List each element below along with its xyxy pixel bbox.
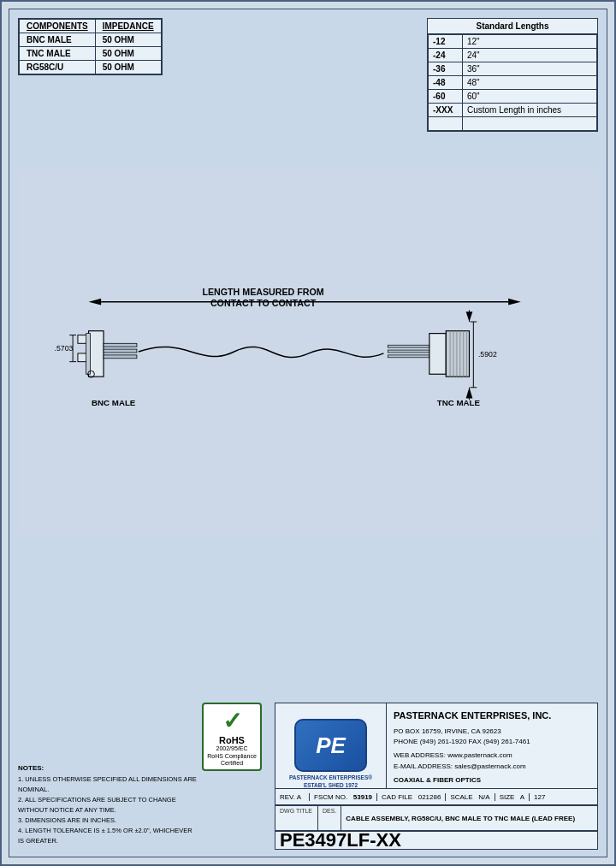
length-row: -XXX Custom Length in inches — [429, 104, 597, 117]
rohs-label: RoHS — [219, 735, 245, 745]
length-code: -12 — [429, 35, 463, 49]
scale-value: N/A — [478, 793, 489, 801]
svg-text:LENGTH MEASURED FROM: LENGTH MEASURED FROM — [202, 287, 323, 297]
description-value: CABLE ASSEMBLY, RG58C/U, BNC MALE TO TNC… — [346, 815, 575, 822]
description-cell: CABLE ASSEMBLY, RG58C/U, BNC MALE TO TNC… — [341, 806, 597, 830]
company-address: PO BOX 16759, IRVINE, CA 92623 — [394, 727, 590, 738]
scale-label: SCALE — [450, 793, 472, 801]
svg-rect-9 — [104, 343, 137, 347]
length-code: -60 — [429, 90, 463, 104]
svg-rect-19 — [388, 350, 429, 353]
table-row: RG58C/U 50 OHM — [20, 61, 162, 74]
sheet-number: 127 — [534, 793, 545, 801]
dwg-title-block: DWG TITLE DES. CABLE ASSEMBLY, RG58C/U, … — [275, 805, 598, 831]
rohs-check-icon: ✓ — [222, 707, 242, 735]
svg-rect-21 — [429, 334, 446, 375]
sheet-cell: 127 — [530, 793, 549, 801]
table-row: BNC MALE 50 OHM — [20, 33, 162, 47]
length-row — [429, 117, 597, 131]
size-label: SIZE — [500, 793, 515, 801]
svg-text:TNC MALE: TNC MALE — [437, 398, 481, 407]
length-value: 48" — [463, 76, 597, 90]
size-value: A — [520, 793, 524, 801]
svg-rect-11 — [104, 355, 137, 359]
dwg-title-cell: DWG TITLE — [275, 806, 318, 830]
length-row: -60 60" — [429, 90, 597, 104]
des-label-cell: DES. — [318, 806, 341, 830]
length-value: 36" — [463, 62, 597, 76]
notes-section: NOTES: 1. UNLESS OTHERWISE SPECIFIED ALL… — [18, 763, 198, 846]
svg-text:CONTACT TO CONTACT: CONTACT TO CONTACT — [210, 298, 317, 308]
note-item-3: 3. DIMENSIONS ARE IN INCHES. — [18, 816, 198, 826]
svg-text:BNC MALE: BNC MALE — [92, 398, 136, 407]
length-value: 60" — [463, 90, 597, 104]
svg-rect-12 — [86, 334, 91, 375]
page: COMPONENTS IMPEDANCE BNC MALE 50 OHM TNC… — [0, 0, 616, 866]
rohs-standard: 2002/95/EC — [216, 745, 248, 751]
company-phone: PHONE (949) 261-1920 FAX (949) 261-7461 — [394, 737, 590, 748]
rohs-compliance-text: RoHS Compliance Certified — [204, 753, 260, 768]
svg-text:.5902: .5902 — [478, 350, 497, 359]
company-name: PASTERNACK ENTERPRISES, INC. — [394, 709, 590, 724]
length-code — [429, 117, 463, 131]
length-row: -12 12" — [429, 35, 597, 49]
fscm-label-cell: FSCM NO. 53919 — [310, 793, 377, 801]
note-item-2: 2. ALL SPECIFICATIONS ARE SUBJECT TO CHA… — [18, 795, 198, 816]
length-code: -XXX — [429, 104, 463, 117]
size-cell: SIZE A — [495, 793, 530, 801]
cad-file-value: 021286 — [418, 793, 441, 801]
technical-drawing: LENGTH MEASURED FROM CONTACT TO CONTACT … — [18, 163, 600, 540]
rohs-badge: ✓ RoHS 2002/95/EC RoHS Compliance Certif… — [202, 703, 262, 771]
length-row: -24 24" — [429, 49, 597, 62]
component-impedance: 50 OHM — [95, 61, 161, 74]
svg-rect-10 — [104, 349, 137, 353]
fscm-value: 53919 — [353, 793, 372, 801]
notes-title: NOTES: — [18, 763, 198, 774]
svg-rect-18 — [388, 345, 429, 347]
part-number-block: PE3497LF-XX — [275, 831, 598, 850]
pe-logo: PE — [294, 719, 367, 772]
length-value — [463, 117, 597, 131]
scale-cell: SCALE N/A — [446, 793, 495, 801]
dwg-title-label: DWG TITLE — [280, 808, 313, 814]
svg-rect-22 — [446, 331, 469, 377]
cad-file-label: CAD FILE — [382, 793, 412, 801]
company-web: WEB ADDRESS: www.pasternack.com — [394, 750, 590, 762]
component-name: BNC MALE — [20, 33, 96, 47]
note-item-4: 4. LENGTH TOLERANCE IS ± 1.5% OR ±2.0", … — [18, 826, 198, 846]
des-label: DES. — [323, 808, 336, 814]
lengths-header: Standard Lengths — [428, 19, 597, 34]
component-name: RG58C/U — [20, 61, 96, 74]
length-row: -48 48" — [429, 76, 597, 90]
length-row: -36 36" — [429, 62, 597, 76]
components-table: COMPONENTS IMPEDANCE BNC MALE 50 OHM TNC… — [18, 18, 163, 75]
component-name: TNC MALE — [20, 47, 96, 61]
part-number: PE3497LF-XX — [280, 829, 401, 851]
rev-row: REV. A FSCM NO. 53919 CAD FILE 021286 SC… — [275, 788, 598, 805]
cad-file-cell: CAD FILE 021286 — [377, 793, 446, 801]
components-col-header: COMPONENTS — [20, 20, 96, 33]
svg-text:.5703: .5703 — [54, 344, 73, 353]
length-value: Custom Length in inches — [463, 104, 597, 117]
component-impedance: 50 OHM — [95, 47, 161, 61]
length-value: 24" — [463, 49, 597, 62]
company-tagline: COAXIAL & FIBER OPTICS — [394, 775, 590, 786]
svg-rect-20 — [388, 355, 429, 358]
standard-lengths-table: Standard Lengths -12 12" -24 24" -36 36" — [427, 18, 598, 132]
length-code: -24 — [429, 49, 463, 62]
pe-logo-subtitle: PASTERNACK ENTERPRISES®ESTAB'L SHED 1972 — [289, 774, 372, 789]
svg-rect-6 — [89, 331, 104, 377]
pe-logo-letters: PE — [316, 733, 346, 759]
component-impedance: 50 OHM — [95, 33, 161, 47]
length-value: 12" — [463, 35, 597, 49]
rev-cell: REV. A — [275, 793, 310, 801]
length-code: -48 — [429, 76, 463, 90]
table-row: TNC MALE 50 OHM — [20, 47, 162, 61]
impedance-col-header: IMPEDANCE — [95, 20, 161, 33]
fscm-label: FSCM NO. — [314, 793, 347, 801]
company-email: E-MAIL ADDRESS: sales@pasternack.com — [394, 762, 590, 773]
main-area: COMPONENTS IMPEDANCE BNC MALE 50 OHM TNC… — [9, 9, 607, 857]
length-code: -36 — [429, 62, 463, 76]
note-item-1: 1. UNLESS OTHERWISE SPECIFIED ALL DIMENS… — [18, 774, 198, 795]
